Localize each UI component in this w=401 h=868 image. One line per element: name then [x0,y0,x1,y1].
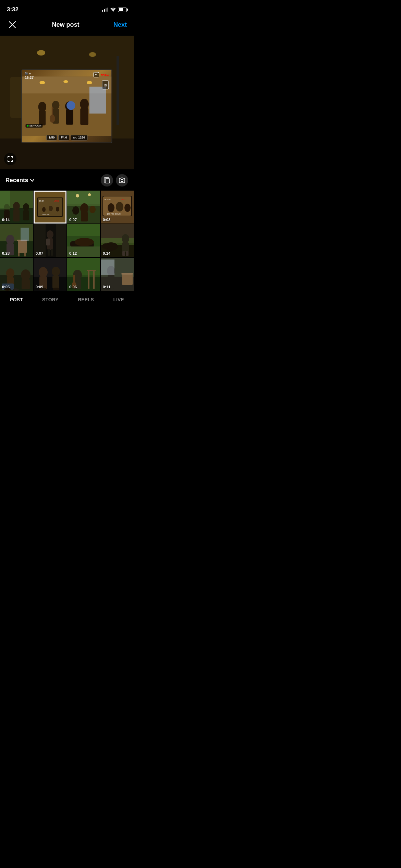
svg-rect-37 [23,210,29,220]
svg-rect-81 [51,249,53,256]
main-image-preview: 🎬 M 15:27 ↩ ●REC ⊡ [0,36,134,169]
thumbnail-item[interactable]: 0:12 [67,224,100,257]
thumbnail-item-selected[interactable]: 15:27 ●REC 1/50 F4.0 [34,191,66,224]
thumb-duration: 0:11 [103,285,110,289]
svg-rect-28 [105,179,110,183]
svg-point-51 [76,194,79,197]
thumb-duration: 0:09 [36,285,43,289]
close-button[interactable] [7,19,18,30]
svg-rect-92 [122,242,129,252]
camera-rec-indicator: ●REC [100,73,109,76]
camera-hud-bottom: 1/50 F4.0 ISO 1250 [46,135,87,140]
page-title: New post [52,21,79,28]
svg-rect-111 [52,276,59,289]
svg-rect-94 [126,251,129,256]
svg-rect-117 [88,270,89,289]
svg-point-62 [124,204,131,212]
svg-text:●REC: ●REC [54,200,59,202]
svg-rect-35 [13,209,20,221]
gallery-folder-selector[interactable]: Recents [5,177,34,184]
thumb-duration: 0:03 [103,218,110,222]
svg-point-85 [75,238,94,246]
svg-rect-79 [46,239,50,245]
thumbnail-item[interactable]: 0:09 [34,258,66,291]
signal-icon [102,8,108,12]
shutter-speed-badge: 1/50 [46,135,57,140]
thumbnail-item[interactable]: 0:07 [34,224,66,257]
gallery-actions [101,174,128,186]
svg-point-42 [42,207,46,212]
svg-rect-130 [101,260,114,275]
tab-bar: POST STORY REELS LIVE [0,291,134,306]
svg-point-113 [53,288,60,290]
svg-point-110 [52,267,60,276]
gallery-header: Recents [0,169,134,191]
svg-point-29 [121,180,123,182]
svg-text:M  15:27: M 15:27 [105,198,111,201]
thumbnail-item[interactable]: 0:14 [0,191,33,224]
gallery-folder-name: Recents [5,177,28,184]
svg-point-108 [39,267,48,277]
svg-point-43 [49,206,53,211]
camera-button[interactable] [116,174,128,186]
svg-point-96 [102,243,109,249]
svg-rect-9 [0,138,134,169]
svg-text:15:27: 15:27 [39,200,45,202]
thumb-duration: 0:14 [2,218,10,222]
svg-point-36 [23,203,29,211]
thumb-duration: 0:07 [69,218,77,222]
camera-hud-overlay: 🎬 M 15:27 ↩ ●REC ⊡ [22,70,111,142]
status-icons [102,8,127,12]
svg-point-102 [21,269,31,280]
svg-text:1/50  F4.0: 1/50 F4.0 [42,214,49,216]
status-time: 3:32 [7,6,19,13]
aperture-badge: F4.0 [58,135,69,140]
thumbnail-item[interactable]: 0:05 [0,258,33,291]
thumb-duration: 0:07 [36,251,43,255]
multi-select-button[interactable] [101,174,113,186]
thumbnail-item[interactable]: M 15:27 ●REC 1/50 F4.0 ISO1250 0:03 [101,191,134,224]
svg-rect-127 [122,275,133,285]
svg-point-55 [72,206,79,215]
thumbnail-item[interactable]: 0:11 [101,258,134,291]
svg-rect-70 [18,253,20,256]
camera-back-button: ↩ [93,72,99,77]
camera-menu-button: ⊡ [102,80,109,89]
thumb-duration: 0:12 [69,251,77,255]
svg-rect-87 [67,224,100,236]
svg-point-61 [116,202,123,212]
thumbnail-item[interactable]: 0:07 [67,191,100,224]
thumb-duration: 0:28 [2,251,10,255]
tab-reels[interactable]: REELS [75,296,97,304]
camera-time: 15:27 [25,76,34,80]
camera-servo-af: SERVO AF [26,124,43,128]
svg-text:1/50  F4.0  ISO1250: 1/50 F4.0 ISO1250 [107,213,121,215]
tab-story[interactable]: STORY [39,296,61,304]
preview-image-bg: 🎬 M 15:27 ↩ ●REC ⊡ [0,36,134,169]
svg-rect-93 [122,251,125,256]
battery-icon [118,8,127,12]
svg-point-4 [37,50,45,56]
svg-point-60 [108,203,114,212]
tab-post[interactable]: POST [7,296,25,304]
svg-point-44 [56,207,59,212]
next-button[interactable]: Next [113,21,127,28]
thumb-duration: 0:06 [69,285,77,289]
thumbnail-item[interactable]: 0:14 [101,224,134,257]
svg-rect-119 [87,270,96,271]
svg-rect-80 [48,249,50,256]
thumbnail-item[interactable]: 0:06 [67,258,100,291]
tab-live[interactable]: LIVE [111,296,127,304]
expand-button[interactable] [4,153,16,165]
camera-mode: 🎬 M [25,72,34,75]
svg-rect-126 [121,273,133,275]
camera-display-screen: 🎬 M 15:27 ↩ ●REC ⊡ [21,69,112,143]
svg-rect-69 [18,241,27,253]
chevron-down-icon [30,179,34,182]
thumb-duration: 0:05 [2,285,10,289]
svg-rect-116 [67,258,100,277]
thumbnail-grid: 0:14 15:27 ●REC 1/50 F4.0 [0,191,134,291]
svg-point-91 [122,234,129,243]
svg-rect-103 [22,279,30,289]
thumbnail-item[interactable]: 0:28 [0,224,33,257]
